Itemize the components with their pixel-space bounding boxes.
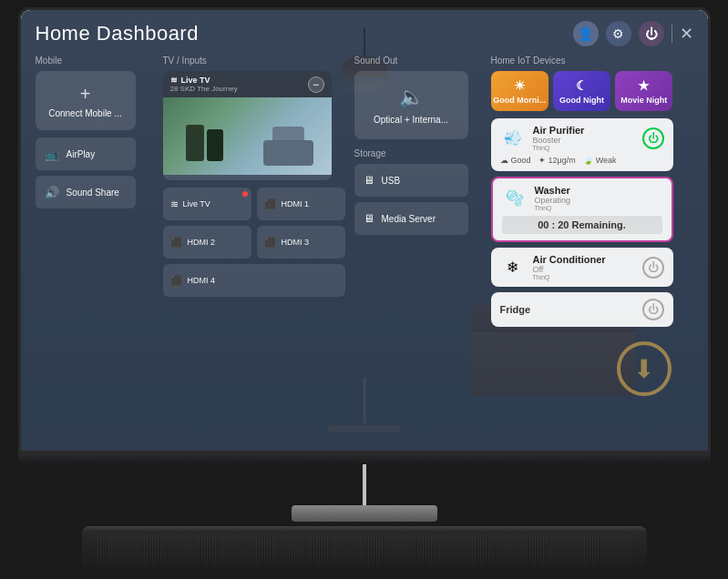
morning-icon: ☀ xyxy=(514,78,526,93)
soundbar-highlight xyxy=(82,526,647,532)
fridge-power-btn[interactable]: ⏻ xyxy=(642,299,664,320)
hdmi3-icon: ⬛ xyxy=(264,237,277,249)
hdmi4-icon: ⬛ xyxy=(170,275,183,287)
washer-device[interactable]: 🫧 Washer Operating ThinQ 00 : 20 Remaini… xyxy=(491,177,673,242)
air-purifier-icon: 💨 xyxy=(500,126,526,151)
live-tv-header: ≋ Live TV 28 SKD The Journey − xyxy=(163,71,332,97)
input-row-2: ⬛ HDMI 2 ⬛ HDMI 3 xyxy=(163,226,345,259)
usb-icon: 🖥 xyxy=(364,174,374,187)
power-button[interactable]: ⏻ xyxy=(639,21,664,46)
live-indicator-dot xyxy=(242,191,248,197)
profile-button[interactable]: 👤 xyxy=(573,21,599,46)
input-row-3: ⬛ HDMI 4 xyxy=(163,264,345,297)
live-tv-label: ≋ Live TV xyxy=(170,76,238,85)
washer-text: Washer Operating ThinQ xyxy=(535,185,571,211)
airplay-icon: 📺 xyxy=(45,147,59,161)
dashboard-header: Home Dashboard 👤 ⚙ ⏻ ✕ xyxy=(36,21,693,46)
hdmi1-tile[interactable]: ⬛ HDMI 1 xyxy=(257,188,345,220)
media-server-icon: 🖥 xyxy=(364,212,374,225)
hdmi2-tile[interactable]: ⬛ HDMI 2 xyxy=(163,226,251,259)
ac-row: ❄ Air Conditioner Off ThinQ ⏻ xyxy=(500,254,664,280)
tv-bezel-bottom xyxy=(18,453,711,464)
air-quality-row: ☁ Good ✦ 12μg/m 🍃 Weak xyxy=(500,156,664,165)
main-grid: Mobile + Connect Mobile ... 📺 AirPlay 🔊 … xyxy=(36,56,693,332)
airplay-tile[interactable]: 📺 AirPlay xyxy=(36,137,136,170)
movie-icon: ★ xyxy=(638,78,650,93)
sound-share-label: Sound Share xyxy=(67,188,119,198)
hdmi3-tile[interactable]: ⬛ HDMI 3 xyxy=(257,226,345,259)
page-title: Home Dashboard xyxy=(36,22,199,46)
header-divider xyxy=(672,25,672,43)
aq-pm: ✦ 12μg/m xyxy=(538,156,576,165)
live-tv-info: ≋ Live TV 28 SKD The Journey xyxy=(170,76,238,93)
hdmi1-icon: ⬛ xyxy=(264,198,277,210)
car-top xyxy=(272,127,304,140)
close-button[interactable]: ✕ xyxy=(680,24,693,44)
fridge-device[interactable]: Fridge ⏻ xyxy=(491,292,673,327)
washer-info: 🫧 Washer Operating ThinQ xyxy=(502,185,571,211)
live-tv-main-tile[interactable]: ≋ Live TV 28 SKD The Journey − xyxy=(163,71,332,180)
washer-icon: 🫧 xyxy=(502,186,528,211)
air-purifier-text: Air Purifier Booster ThinQ xyxy=(533,125,585,151)
ac-device[interactable]: ❄ Air Conditioner Off ThinQ ⏻ xyxy=(491,248,673,287)
aq-level: 🍃 Weak xyxy=(583,156,617,165)
washer-time-remaining: 00 : 20 Remaining. xyxy=(502,216,662,234)
airplay-label: AirPlay xyxy=(67,149,96,159)
aq-leaf-icon: 🍃 xyxy=(583,156,593,165)
soundbar-texture xyxy=(96,533,633,566)
tv-stand-pole xyxy=(363,464,366,505)
ac-power-btn[interactable]: ⏻ xyxy=(642,257,664,279)
fridge-label: Fridge xyxy=(500,304,531,315)
person1-silhouette xyxy=(186,125,204,161)
soundbar xyxy=(82,526,647,574)
connect-mobile-tile[interactable]: + Connect Mobile ... xyxy=(36,71,136,130)
optical-label: Optical + Interna... xyxy=(374,115,448,125)
plus-icon: + xyxy=(80,84,91,105)
usb-tile[interactable]: 🖥 USB xyxy=(354,164,468,197)
washer-row: 🫧 Washer Operating ThinQ xyxy=(502,185,662,211)
movie-night-button[interactable]: ★ Movie Night xyxy=(615,71,672,111)
ac-text: Air Conditioner Off ThinQ xyxy=(533,254,606,280)
connect-mobile-label: Connect Mobile ... xyxy=(48,108,122,118)
download-arrow-overlay: ⬇ xyxy=(617,341,672,396)
sound-col-header: Sound Out xyxy=(354,56,482,66)
aq-good-icon: ☁ xyxy=(500,156,508,165)
air-purifier-power-btn[interactable]: ⏻ xyxy=(642,127,664,149)
ac-icon: ❄ xyxy=(500,255,526,280)
storage-header: Storage xyxy=(354,148,482,158)
input-row-1: ≋ Live TV ⬛ HDMI 1 xyxy=(163,188,345,220)
live-tv-minus-btn[interactable]: − xyxy=(308,76,324,93)
iot-col-header: Home IoT Devices xyxy=(491,56,673,66)
car-silhouette xyxy=(263,140,313,166)
ac-info: ❄ Air Conditioner Off ThinQ xyxy=(500,254,606,280)
sound-out-column: Sound Out 🔈 Optical + Interna... Storage… xyxy=(354,56,482,240)
live-tv-channel-info: 28 SKD The Journey xyxy=(170,85,238,93)
aq-sun-icon: ✦ xyxy=(538,156,546,165)
aq-good: ☁ Good xyxy=(500,156,531,165)
tv-col-header: TV / Inputs xyxy=(163,56,345,66)
tv-screen: Home Dashboard 👤 ⚙ ⏻ ✕ Mobile + Connect … xyxy=(21,10,708,451)
sound-share-tile[interactable]: 🔊 Sound Share xyxy=(36,176,136,208)
live-tv-small-tile[interactable]: ≋ Live TV xyxy=(163,188,251,220)
hdmi2-icon: ⬛ xyxy=(170,237,183,249)
speaker-icon: 🔈 xyxy=(399,86,424,109)
media-server-tile[interactable]: 🖥 Media Server xyxy=(354,202,468,235)
sound-share-icon: 🔊 xyxy=(45,186,59,199)
tv-inputs-column: TV / Inputs ≋ Live TV 28 SKD xyxy=(163,56,345,302)
good-morning-button[interactable]: ☀ Good Morni... xyxy=(491,71,549,111)
air-purifier-row: 💨 Air Purifier Booster ThinQ ⏻ xyxy=(500,125,664,151)
good-night-button[interactable]: ☾ Good Night xyxy=(553,71,610,111)
settings-button[interactable]: ⚙ xyxy=(606,21,631,46)
dashboard-panel: Home Dashboard 👤 ⚙ ⏻ ✕ Mobile + Connect … xyxy=(21,10,708,451)
tv-frame: Home Dashboard 👤 ⚙ ⏻ ✕ Mobile + Connect … xyxy=(18,7,711,453)
sound-out-tile[interactable]: 🔈 Optical + Interna... xyxy=(354,71,468,139)
iot-modes-row: ☀ Good Morni... ☾ Good Night ★ Movie Nig… xyxy=(491,71,673,111)
air-purifier-info: 💨 Air Purifier Booster ThinQ xyxy=(500,125,585,151)
tv-stand-base xyxy=(292,505,437,522)
mobile-col-header: Mobile xyxy=(36,56,154,66)
person2-silhouette xyxy=(207,129,223,161)
air-purifier-device[interactable]: 💨 Air Purifier Booster ThinQ ⏻ xyxy=(491,118,673,171)
hdmi4-tile[interactable]: ⬛ HDMI 4 xyxy=(163,264,345,297)
header-controls: 👤 ⚙ ⏻ ✕ xyxy=(573,21,693,46)
mobile-column: Mobile + Connect Mobile ... 📺 AirPlay 🔊 … xyxy=(36,56,154,214)
